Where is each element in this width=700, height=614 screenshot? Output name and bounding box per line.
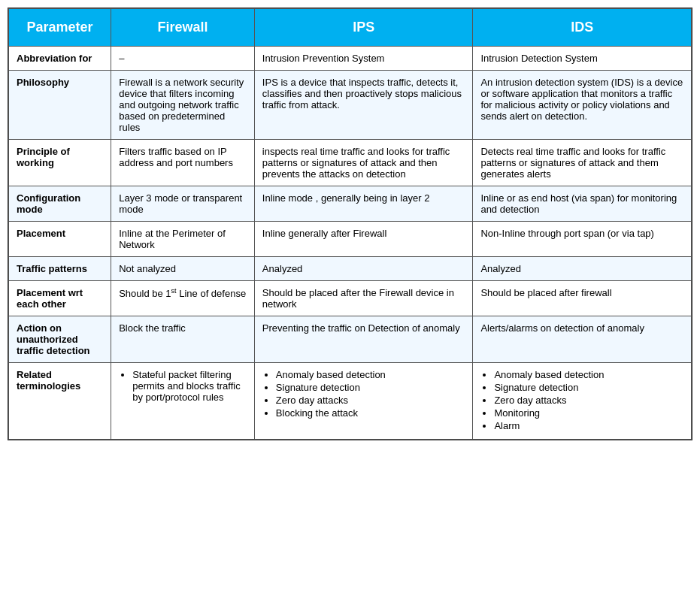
fw-cell: – — [111, 47, 255, 71]
comparison-table: Parameter Firewall IPS IDS Abbreviation … — [8, 8, 692, 440]
ips-cell: Preventing the traffic on Detection of a… — [254, 316, 473, 363]
ips-cell: Inline generally after Firewall — [254, 222, 473, 257]
param-cell: Action on unauthorized traffic detection — [9, 316, 111, 363]
fw-cell: Block the traffic — [111, 316, 255, 363]
table-row: Placement wrt each otherShould be 1st Li… — [9, 281, 692, 316]
ids-cell: Alerts/alarms on detection of anomaly — [473, 316, 692, 363]
ips-cell: Anomaly based detectionSignature detecti… — [254, 363, 473, 440]
fw-cell: Firewall is a network security device th… — [111, 71, 255, 140]
table-row: Action on unauthorized traffic detection… — [9, 316, 692, 363]
ips-cell: inspects real time traffic and looks for… — [254, 140, 473, 186]
param-cell: Abbreviation for — [9, 47, 111, 71]
ips-cell: Analyzed — [254, 257, 473, 281]
header-parameter: Parameter — [9, 9, 111, 47]
fw-cell: Layer 3 mode or transparent mode — [111, 186, 255, 222]
table-row: Related terminologiesStateful packet fil… — [9, 363, 692, 440]
ids-cell: Analyzed — [473, 257, 692, 281]
ids-cell: An intrusion detection system (IDS) is a… — [473, 71, 692, 140]
ids-cell: Inline or as end host (via span) for mon… — [473, 186, 692, 222]
ips-cell: Intrusion Prevention System — [254, 47, 473, 71]
fw-cell: Not analyzed — [111, 257, 255, 281]
param-cell: Philosophy — [9, 71, 111, 140]
ids-cell: Should be placed after firewall — [473, 281, 692, 316]
header-ids: IDS — [473, 9, 692, 47]
ids-cell: Intrusion Detection System — [473, 47, 692, 71]
table-row: Traffic patternsNot analyzedAnalyzedAnal… — [9, 257, 692, 281]
ips-cell: Inline mode , generally being in layer 2 — [254, 186, 473, 222]
table-row: PhilosophyFirewall is a network security… — [9, 71, 692, 140]
header-row: Parameter Firewall IPS IDS — [9, 9, 692, 47]
ids-cell: Detects real time traffic and looks for … — [473, 140, 692, 186]
header-firewall: Firewall — [111, 9, 255, 47]
ids-cell: Anomaly based detectionSignature detecti… — [473, 363, 692, 440]
param-cell: Placement — [9, 222, 111, 257]
param-cell: Configuration mode — [9, 186, 111, 222]
header-ips: IPS — [254, 9, 473, 47]
table-row: PlacementInline at the Perimeter of Netw… — [9, 222, 692, 257]
ids-cell: Non-Inline through port span (or via tap… — [473, 222, 692, 257]
fw-cell: Should be 1st Line of defense — [111, 281, 255, 316]
ips-cell: IPS is a device that inspects traffic, d… — [254, 71, 473, 140]
param-cell: Principle of working — [9, 140, 111, 186]
table-row: Principle of workingFilters traffic base… — [9, 140, 692, 186]
param-cell: Placement wrt each other — [9, 281, 111, 316]
fw-cell: Inline at the Perimeter of Network — [111, 222, 255, 257]
fw-cell: Stateful packet filtering permits and bl… — [111, 363, 255, 440]
param-cell: Traffic patterns — [9, 257, 111, 281]
fw-cell: Filters traffic based on IP address and … — [111, 140, 255, 186]
table-row: Abbreviation for–Intrusion Prevention Sy… — [9, 47, 692, 71]
table-row: Configuration modeLayer 3 mode or transp… — [9, 186, 692, 222]
param-cell: Related terminologies — [9, 363, 111, 440]
ips-cell: Should be placed after the Firewall devi… — [254, 281, 473, 316]
